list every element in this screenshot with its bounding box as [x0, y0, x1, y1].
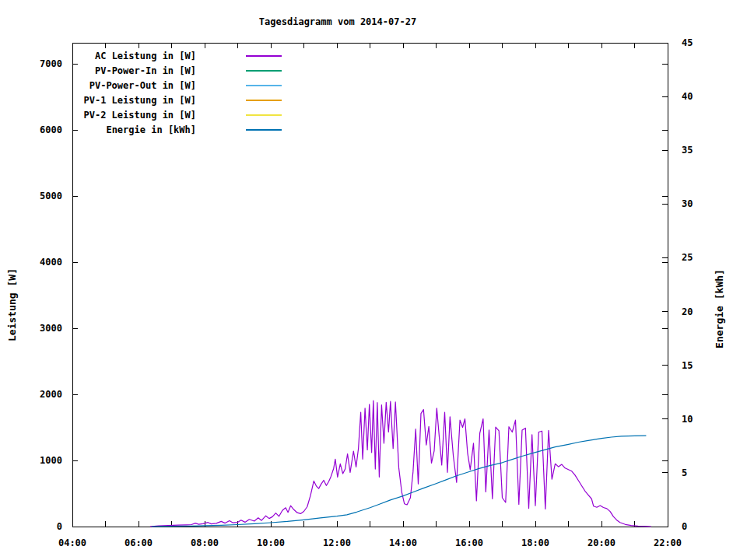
- legend-label: AC Leistung in [W]: [47, 51, 196, 61]
- legend-item-pv2-leistung: PV-2 Leistung in [W]: [47, 108, 285, 122]
- legend-line-swatch: [246, 129, 282, 131]
- y-right-tick-label: 25: [682, 252, 693, 263]
- legend-line-swatch: [246, 55, 282, 57]
- x-axis-tick-label: 22:00: [654, 537, 682, 548]
- y-right-tick-label: 40: [682, 91, 693, 102]
- y-right-tick-label: 20: [682, 306, 693, 317]
- x-axis-tick-label: 04:00: [58, 537, 86, 548]
- legend-label: PV-Power-In in [W]: [47, 65, 196, 76]
- x-axis-tick-label: 12:00: [323, 537, 351, 548]
- y-right-tick-label: 5: [682, 467, 687, 478]
- legend-line-swatch: [246, 85, 282, 86]
- y-left-tick-label: 1000: [40, 455, 62, 466]
- y-right-tick-label: 15: [682, 360, 693, 371]
- legend-label: PV-1 Leistung in [W]: [47, 95, 196, 106]
- legend-label: PV-Power-Out in [W]: [47, 80, 196, 91]
- y-left-tick-label: 3000: [40, 323, 62, 334]
- legend-item-pv1-leistung: PV-1 Leistung in [W]: [47, 93, 285, 107]
- y-left-tick-label: 0: [57, 521, 62, 532]
- y-right-tick-label: 45: [682, 37, 693, 48]
- y-left-tick-label: 5000: [40, 191, 62, 201]
- legend-line-swatch: [246, 70, 282, 72]
- x-axis-tick-label: 10:00: [257, 537, 285, 548]
- y-right-tick-label: 35: [682, 145, 693, 156]
- legend-item-energie: Energie in [kWh]: [47, 123, 285, 137]
- legend-label: PV-2 Leistung in [W]: [47, 110, 196, 121]
- series-line-energie-in-kwh: [152, 436, 646, 527]
- y-right-tick-label: 10: [682, 414, 693, 425]
- legend-label: Energie in [kWh]: [47, 124, 196, 135]
- x-axis-tick-label: 20:00: [587, 537, 615, 548]
- x-axis-tick-label: 06:00: [124, 537, 153, 548]
- legend-line-swatch: [246, 100, 282, 101]
- y-left-tick-label: 4000: [40, 257, 62, 268]
- y-left-tick-label: 2000: [40, 389, 62, 400]
- x-axis-tick-label: 16:00: [455, 537, 483, 548]
- y-right-tick-label: 0: [682, 521, 687, 532]
- legend-item-pv-power-out: PV-Power-Out in [W]: [47, 79, 285, 93]
- x-axis-tick-label: 14:00: [389, 537, 417, 548]
- legend-item-pv-power-in: PV-Power-In in [W]: [47, 64, 285, 78]
- legend-line-swatch: [246, 114, 282, 116]
- series-line-ac-leistung-in-w: [150, 401, 651, 527]
- y-right-tick-label: 30: [682, 198, 693, 209]
- chart-page: Tagesdiagramm vom 2014-07-27 Leistung [W…: [0, 0, 747, 560]
- x-axis-tick-label: 18:00: [521, 537, 549, 548]
- legend-item-ac-leistung: AC Leistung in [W]: [47, 49, 285, 63]
- x-axis-tick-label: 08:00: [191, 537, 219, 548]
